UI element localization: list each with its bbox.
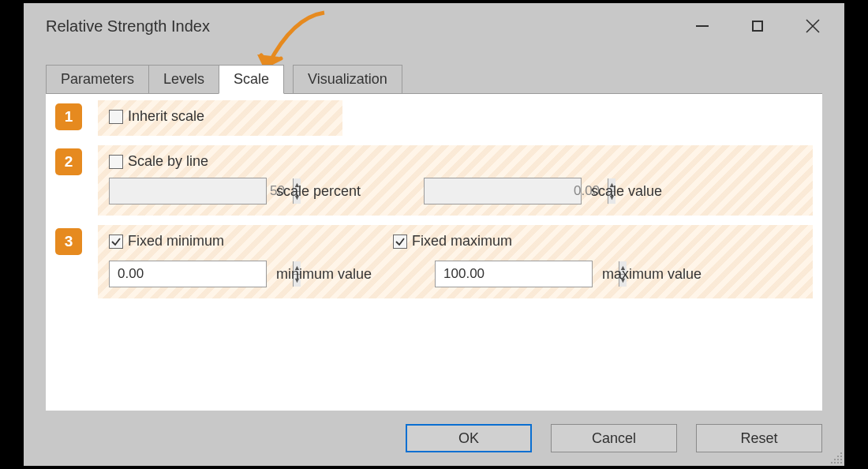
minimize-icon — [696, 25, 709, 27]
svg-point-7 — [831, 462, 832, 463]
scale-by-line-checkbox[interactable] — [109, 155, 123, 169]
tab-visualization[interactable]: Visualization — [293, 65, 402, 93]
resize-grip-icon[interactable] — [830, 452, 843, 464]
dialog-footer: OK Cancel Reset — [24, 411, 844, 466]
scale-by-line-label: Scale by line — [128, 153, 208, 170]
scale-percent-input[interactable] — [110, 178, 293, 204]
minimum-value-field: ▲ ▼ minimum value — [109, 261, 372, 287]
svg-point-3 — [840, 456, 842, 457]
row-fixed: 3 Fixed minimum Fixed maximum — [55, 225, 813, 298]
svg-point-2 — [837, 456, 839, 457]
svg-point-10 — [840, 462, 842, 463]
minimize-button[interactable] — [694, 18, 710, 34]
close-icon — [805, 18, 821, 34]
scale-percent-spinner[interactable]: ▲ ▼ — [109, 178, 267, 204]
fixed-minimum-checkbox[interactable] — [109, 234, 123, 249]
scale-value-field: ▲ ▼ scale value — [424, 178, 662, 204]
tab-scale[interactable]: Scale — [219, 65, 284, 94]
window-title: Relative Strength Index — [46, 17, 694, 36]
annotation-badge-2: 2 — [55, 148, 82, 175]
scale-percent-label: scale percent — [276, 183, 361, 200]
close-button[interactable] — [805, 18, 821, 34]
minimum-value-input[interactable] — [110, 261, 293, 287]
svg-point-9 — [837, 462, 839, 463]
highlight-region-3: Fixed minimum Fixed maximum — [98, 225, 813, 298]
maximum-value-field: ▲ ▼ maximum value — [435, 261, 702, 287]
svg-point-8 — [834, 462, 836, 463]
row-scale-by-line: 2 Scale by line ▲ ▼ — [55, 145, 813, 216]
fixed-maximum-checkbox[interactable] — [393, 234, 407, 249]
maximum-value-spinner[interactable]: ▲ ▼ — [435, 261, 593, 287]
fixed-minimum-label: Fixed minimum — [128, 233, 224, 250]
scale-value-label: scale value — [591, 183, 662, 200]
window-controls — [694, 18, 821, 34]
reset-button[interactable]: Reset — [696, 424, 822, 452]
tab-strip: Parameters Levels Scale Visualization — [46, 65, 844, 93]
tab-parameters[interactable]: Parameters — [46, 65, 149, 93]
maximum-value-input[interactable] — [436, 261, 619, 287]
annotation-badge-3: 3 — [55, 228, 82, 255]
inherit-scale-label: Inherit scale — [128, 108, 204, 125]
svg-point-6 — [840, 459, 842, 460]
svg-point-5 — [837, 459, 839, 460]
row-inherit: 1 Inherit scale — [55, 100, 813, 136]
maximum-value-label: maximum value — [602, 266, 702, 283]
svg-point-4 — [834, 459, 836, 460]
checkmark-icon — [110, 236, 122, 247]
tab-content: 1 Inherit scale 2 Scale by line — [46, 93, 822, 411]
maximize-icon — [752, 21, 763, 32]
inherit-scale-checkbox[interactable] — [109, 110, 123, 124]
scale-value-input[interactable] — [425, 178, 608, 204]
fixed-maximum-label: Fixed maximum — [412, 233, 512, 250]
dialog-window: Relative Strength Index Parameters Level… — [24, 3, 844, 466]
cancel-button[interactable]: Cancel — [551, 424, 677, 452]
tab-levels[interactable]: Levels — [148, 65, 219, 93]
highlight-region-2: Scale by line ▲ ▼ scale percent — [98, 145, 813, 216]
scale-value-spinner[interactable]: ▲ ▼ — [424, 178, 582, 204]
checkmark-icon — [395, 236, 406, 247]
titlebar: Relative Strength Index — [24, 3, 844, 49]
scale-percent-field: ▲ ▼ scale percent — [109, 178, 361, 204]
ok-button[interactable]: OK — [406, 424, 532, 452]
annotation-badge-1: 1 — [55, 103, 82, 130]
minimum-value-spinner[interactable]: ▲ ▼ — [109, 261, 267, 287]
highlight-region-1: Inherit scale — [98, 100, 342, 136]
minimum-value-label: minimum value — [276, 266, 372, 283]
maximize-button[interactable] — [750, 18, 765, 34]
svg-point-1 — [840, 452, 842, 454]
